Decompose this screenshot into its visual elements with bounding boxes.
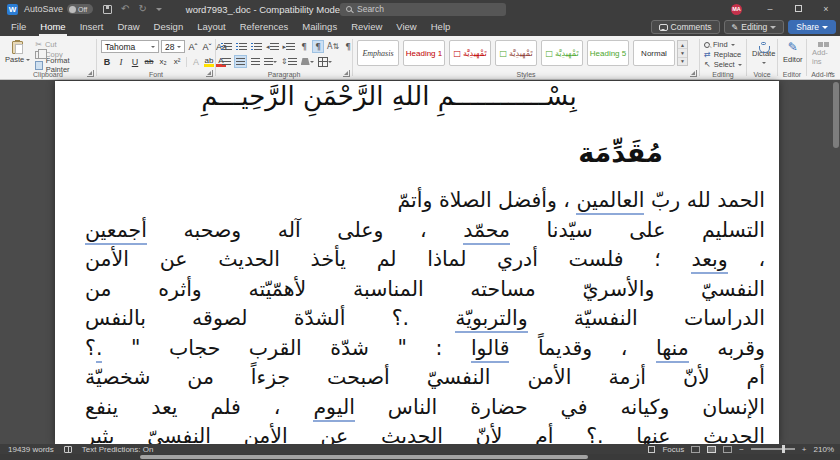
style-card[interactable]: Normal — [633, 40, 675, 66]
document-heading[interactable]: مُقَدِّمَة — [55, 133, 779, 173]
customize-qat-chevron-icon[interactable] — [156, 8, 162, 14]
bullets-button[interactable] — [220, 40, 233, 53]
replace-button[interactable]: ⇄ Replace — [704, 50, 742, 59]
vertical-scrollbar[interactable] — [833, 82, 839, 148]
save-icon[interactable] — [103, 5, 112, 14]
document-line[interactable]: الدراسات النفسيّة والتربويّة .؟ ألشدّة ل… — [85, 304, 765, 334]
addins-button[interactable]: Add-ins — [809, 38, 837, 68]
style-card[interactable]: تَمْهِيدِيَّة□ — [495, 40, 537, 66]
format-painter-button[interactable]: Format Painter — [35, 60, 92, 70]
dictate-button[interactable]: Dictate — [749, 38, 778, 68]
tab-draw[interactable]: Draw — [110, 18, 146, 36]
collapse-ribbon-chevron-icon[interactable]: ⌄ — [827, 67, 834, 76]
comments-button[interactable]: Comments — [651, 20, 720, 34]
sort-button[interactable]: A⇅ — [326, 40, 340, 53]
redo-icon[interactable]: ↻ — [138, 4, 146, 14]
justify-button[interactable] — [263, 55, 278, 68]
paste-button[interactable]: Paste — [2, 38, 33, 68]
shrink-font-button[interactable]: Aˇ — [201, 40, 213, 53]
read-mode-button[interactable] — [691, 446, 700, 453]
document-line[interactable]: الحمد لله ربّ العالمين ، وأفضل الصلاة وأ… — [85, 186, 765, 216]
autosave-toggle[interactable]: AutoSave Off — [24, 4, 93, 14]
maximize-button[interactable] — [784, 0, 812, 18]
align-left-button[interactable] — [220, 55, 232, 68]
horizontal-scrollbar[interactable] — [0, 454, 840, 460]
align-right-button[interactable] — [249, 55, 261, 68]
gallery-more-icon[interactable]: ▼ — [678, 57, 687, 65]
proofing-icon[interactable] — [64, 446, 72, 453]
increase-indent-button[interactable]: ▸ — [282, 40, 297, 53]
document-body[interactable]: الحمد لله ربّ العالمين ، وأفضل الصلاة وأ… — [55, 186, 779, 444]
zoom-level[interactable]: 210% — [814, 445, 834, 454]
share-button[interactable]: Share — [788, 20, 836, 34]
align-center-button[interactable] — [234, 55, 247, 68]
rtl-direction-button[interactable]: ¶ — [312, 40, 324, 53]
style-card[interactable]: Emphasis — [357, 40, 399, 66]
style-card[interactable]: Heading 1 — [403, 40, 445, 66]
horizontal-scrollbar-thumb[interactable] — [140, 455, 588, 459]
minimize-button[interactable]: – — [756, 0, 784, 18]
undo-icon[interactable]: ↶ — [121, 4, 129, 14]
style-card[interactable]: تَمْهِيدِيَّة□ — [541, 40, 583, 66]
grow-font-button[interactable]: Aˆ — [187, 40, 199, 53]
document-page[interactable]: بِسْــــــــــــمِ اللهِ الرَّحْمَنِ الر… — [55, 81, 779, 444]
tab-mailings[interactable]: Mailings — [295, 18, 344, 36]
tab-file[interactable]: File — [4, 18, 33, 36]
document-line[interactable]: التسليم على سيّدنا محمّد ، وعلى آله وصحب… — [85, 216, 765, 246]
print-layout-button[interactable] — [707, 446, 716, 453]
zoom-slider[interactable] — [751, 448, 795, 450]
superscript-button[interactable]: x² — [171, 55, 183, 68]
numbering-button[interactable] — [235, 40, 248, 53]
document-line[interactable]: النفسيّ والأسريّ مساحته المناسبة لأهمّيّ… — [85, 275, 765, 305]
word-logo-icon[interactable]: W — [7, 4, 18, 15]
shading-button[interactable] — [300, 55, 315, 68]
document-line[interactable]: الحديث عنها .؟ أم لأنّ الحديث عن الأمن ا… — [85, 422, 765, 444]
zoom-slider-thumb[interactable] — [782, 445, 785, 453]
word-count[interactable]: 19439 words — [8, 445, 54, 454]
underline-button[interactable]: U — [129, 55, 141, 68]
zoom-out-button[interactable]: − — [739, 445, 744, 454]
tab-view[interactable]: View — [389, 18, 423, 36]
web-layout-button[interactable] — [723, 446, 732, 453]
tab-review[interactable]: Review — [344, 18, 389, 36]
style-card[interactable]: تَمْهِيدِيَّة□ — [449, 40, 491, 66]
editor-button[interactable]: ✎ Editor — [780, 38, 806, 68]
bold-button[interactable]: B — [101, 55, 113, 68]
focus-button[interactable]: Focus — [662, 445, 684, 454]
borders-button[interactable] — [317, 55, 333, 68]
font-dialog-launcher[interactable] — [206, 70, 213, 77]
line-spacing-button[interactable]: ⇕ — [280, 55, 298, 68]
basmala-calligraphy[interactable]: بِسْــــــــــــمِ اللهِ الرَّحْمَنِ الر… — [55, 81, 751, 119]
clipboard-dialog-launcher[interactable] — [87, 70, 94, 77]
document-line[interactable]: الإنسان وكيانه في حضارة الناس اليوم ، فل… — [85, 393, 765, 423]
style-card[interactable]: Heading 5 — [587, 40, 629, 66]
tab-home[interactable]: Home — [33, 18, 72, 36]
autosave-switch-icon[interactable]: Off — [67, 4, 93, 14]
document-line[interactable]: أم لأنّ أزمة الأمن النفسيّ أصبحت جزءاً م… — [85, 363, 765, 393]
gallery-scroll-up-icon[interactable]: ▲ — [678, 41, 687, 48]
highlight-color-button[interactable]: ab — [204, 55, 214, 68]
styles-dialog-launcher[interactable] — [690, 70, 697, 77]
italic-button[interactable]: I — [115, 55, 127, 68]
find-button[interactable]: Find — [704, 40, 742, 49]
tab-design[interactable]: Design — [147, 18, 191, 36]
tab-layout[interactable]: Layout — [190, 18, 233, 36]
search-input[interactable]: Search — [340, 3, 506, 16]
tab-references[interactable]: References — [233, 18, 296, 36]
text-effects-button[interactable]: A — [190, 55, 202, 68]
tab-help[interactable]: Help — [424, 18, 458, 36]
subscript-button[interactable]: x₂ — [157, 55, 169, 68]
document-line[interactable]: ، وبعد ؛ فلست أدري لماذا لم يأخذ الحديث … — [85, 245, 765, 275]
text-predictions[interactable]: Text Predictions: On — [82, 445, 154, 454]
strikethrough-button[interactable]: ab — [143, 55, 155, 68]
tab-insert[interactable]: Insert — [73, 18, 111, 36]
font-size-select[interactable]: 28 — [161, 40, 185, 53]
zoom-in-button[interactable]: + — [802, 445, 807, 454]
multilevel-list-button[interactable] — [250, 40, 263, 53]
decrease-indent-button[interactable]: ◂ — [265, 40, 280, 53]
select-button[interactable]: ↖ Select — [704, 60, 742, 69]
editing-mode-button[interactable]: ✎ Editing — [724, 20, 785, 34]
close-button[interactable]: × — [812, 0, 840, 18]
avatar[interactable]: MA — [731, 4, 742, 15]
document-line[interactable]: وقربه منها ، وقديماً قالوا : " شدّة القر… — [85, 334, 765, 364]
